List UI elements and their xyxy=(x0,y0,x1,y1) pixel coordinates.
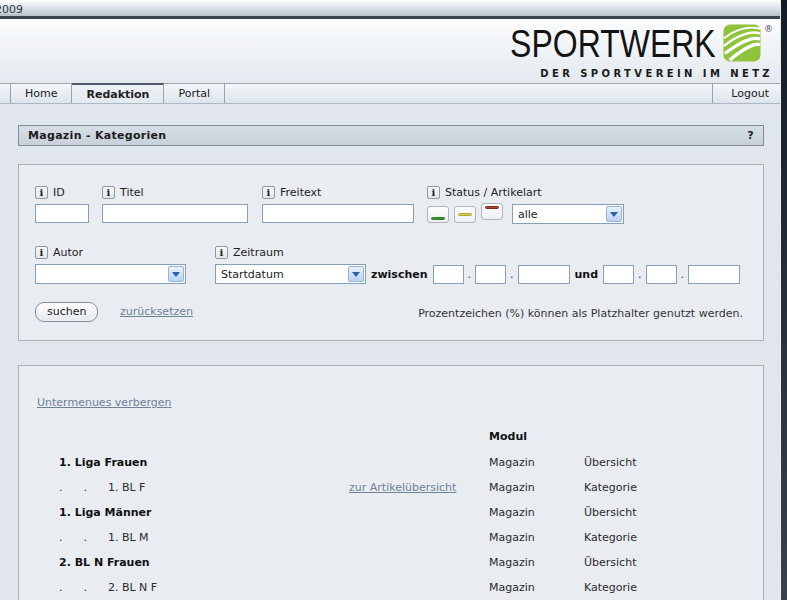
info-icon[interactable]: i xyxy=(102,186,115,199)
tab-portal[interactable]: Portal xyxy=(164,84,225,103)
indent-dots: . . xyxy=(59,531,108,544)
modul-column-header: Modul xyxy=(489,430,584,443)
brand-logo: SPORTWERK ® DER SPORTVEREIN IM NETZ xyxy=(465,24,773,79)
article-link-cell: zur Artikelübersicht xyxy=(349,481,489,494)
status-online-icon[interactable] xyxy=(427,206,449,223)
art-cell: Übersicht xyxy=(584,456,747,469)
reset-link[interactable]: zurücksetzen xyxy=(120,305,193,318)
chevron-down-icon xyxy=(168,266,184,282)
chrome-date-text: 2009 xyxy=(0,3,23,16)
titel-label: Titel xyxy=(120,186,144,199)
table-row: . . 2. BL N F Magazin Kategorie xyxy=(59,575,747,600)
und-label: und xyxy=(575,268,599,281)
modul-cell: Magazin xyxy=(489,556,584,569)
id-input[interactable] xyxy=(35,204,89,223)
titel-input[interactable] xyxy=(102,204,248,223)
category-name: . . 2. BL N F xyxy=(59,581,349,594)
sportwerk-logo-icon xyxy=(723,24,761,62)
category-name: 1. Liga Frauen xyxy=(59,456,349,469)
art-cell: Kategorie xyxy=(584,481,747,494)
freitext-input[interactable] xyxy=(262,204,414,223)
category-name: 1. Liga Männer xyxy=(59,506,349,519)
app-window: 2009 SPORTWERK ® DER SPORTVEREIN IM NETZ… xyxy=(0,0,787,600)
table-row: 1. Liga Frauen Magazin Übersicht xyxy=(59,450,747,475)
art-cell: Kategorie xyxy=(584,581,747,594)
modul-cell: Magazin xyxy=(489,531,584,544)
date-from-day-input[interactable] xyxy=(433,265,464,284)
zwischen-label: zwischen xyxy=(371,268,428,281)
logout-button[interactable]: Logout xyxy=(712,84,787,103)
category-name: 2. BL N Frauen xyxy=(59,556,349,569)
zeitraum-select[interactable]: Startdatum xyxy=(215,264,366,284)
id-label: ID xyxy=(53,186,65,199)
nav-spacer xyxy=(0,84,11,103)
status-offline-icon[interactable] xyxy=(481,203,503,220)
page-title: Magazin - Kategorien xyxy=(28,129,166,142)
brand-tagline: DER SPORTVEREIN IM NETZ xyxy=(465,68,773,79)
results-panel: Untermenues verbergen Modul 1. Liga Frau… xyxy=(18,365,764,600)
registered-trademark: ® xyxy=(764,24,773,34)
date-to-year-input[interactable] xyxy=(688,265,740,284)
article-overview-link[interactable]: zur Artikelübersicht xyxy=(349,481,456,494)
toggle-submenus-link[interactable]: Untermenues verbergen xyxy=(37,396,171,409)
status-artikelart-label: Status / Artikelart xyxy=(445,186,542,199)
search-panel: i ID i Titel i Freitext xyxy=(18,164,764,341)
page-title-bar: Magazin - Kategorien ? xyxy=(18,125,764,146)
info-icon[interactable]: i xyxy=(35,186,48,199)
modul-cell: Magazin xyxy=(489,506,584,519)
date-from-year-input[interactable] xyxy=(518,265,570,284)
browser-chrome-bar: 2009 xyxy=(0,0,787,19)
indent-dots: . . xyxy=(59,481,108,494)
art-cell: Kategorie xyxy=(584,531,747,544)
date-from-month-input[interactable] xyxy=(475,265,506,284)
main-nav: Home Redaktion Portal Logout xyxy=(0,83,787,104)
page-header: SPORTWERK ® DER SPORTVEREIN IM NETZ xyxy=(0,19,787,83)
help-button[interactable]: ? xyxy=(747,129,754,142)
table-row: . . 1. BL F zur Artikelübersicht Magazin… xyxy=(59,475,747,500)
placeholder-hint: Prozentzeichen (%) können als Platzhalte… xyxy=(418,307,743,320)
date-to-month-input[interactable] xyxy=(646,265,677,284)
info-icon[interactable]: i xyxy=(262,186,275,199)
table-row: . . 1. BL M Magazin Kategorie xyxy=(59,525,747,550)
freitext-label: Freitext xyxy=(280,186,321,199)
info-icon[interactable]: i xyxy=(35,246,48,259)
autor-select[interactable] xyxy=(35,264,186,284)
window-edge xyxy=(780,0,787,600)
chevron-down-icon xyxy=(606,206,622,222)
art-cell: Übersicht xyxy=(584,556,747,569)
table-header-row: Modul xyxy=(59,422,747,450)
modul-cell: Magazin xyxy=(489,581,584,594)
status-draft-icon[interactable] xyxy=(454,206,476,223)
category-name: . . 1. BL F xyxy=(59,481,349,494)
chevron-down-icon xyxy=(348,266,364,282)
table-row: 1. Liga Männer Magazin Übersicht xyxy=(59,500,747,525)
info-icon[interactable]: i xyxy=(427,186,440,199)
zeitraum-label: Zeitraum xyxy=(233,246,284,259)
autor-label: Autor xyxy=(53,246,83,259)
category-name: . . 1. BL M xyxy=(59,531,349,544)
artikelart-select[interactable]: alle xyxy=(512,204,624,224)
info-icon[interactable]: i xyxy=(215,246,228,259)
search-button[interactable]: suchen xyxy=(35,302,98,322)
art-cell: Übersicht xyxy=(584,506,747,519)
tab-redaktion[interactable]: Redaktion xyxy=(72,83,164,103)
categories-table: Modul 1. Liga Frauen Magazin Übersicht .… xyxy=(59,422,747,600)
indent-dots: . . xyxy=(59,581,108,594)
table-row: 2. BL N Frauen Magazin Übersicht xyxy=(59,550,747,575)
tab-home[interactable]: Home xyxy=(11,84,72,103)
date-to-day-input[interactable] xyxy=(603,265,634,284)
modul-cell: Magazin xyxy=(489,481,584,494)
brand-name: SPORTWERK xyxy=(510,24,716,64)
modul-cell: Magazin xyxy=(489,456,584,469)
content-area: Magazin - Kategorien ? i ID i Titel xyxy=(0,104,787,597)
